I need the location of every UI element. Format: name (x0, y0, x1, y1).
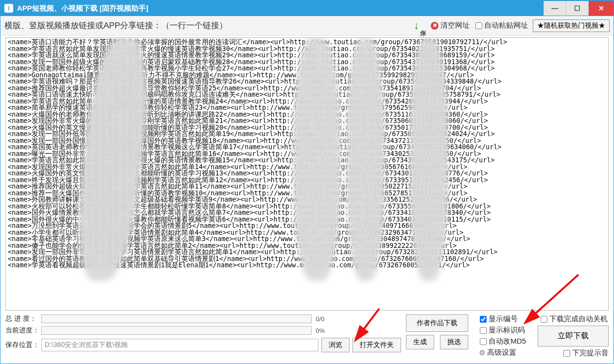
current-progress-label: 当前进度： (5, 326, 41, 335)
window-title: APP短视频、小视频下载 [固乔视频助手] (17, 4, 148, 13)
titlebar: i APP短视频、小视频下载 [固乔视频助手] — ☐ ✕ (0, 0, 614, 16)
close-button[interactable]: ✕ (588, 1, 614, 16)
random-hot-video-button[interactable]: ★随机获取热门视频★ (533, 19, 610, 32)
auto-shutdown-checkbox[interactable]: 下载完成自动关机 (541, 314, 609, 324)
url-textarea[interactable]: <name>英语口语能力不好？学英语时这个你必须掌握的国外最常用的连读词汇</n… (5, 37, 609, 311)
save-path-label: 保存位置： (5, 341, 41, 349)
clear-icon: ✖ (431, 22, 439, 30)
reverse-order-button[interactable]: ↓ 倒序 (414, 19, 426, 32)
auto-paste-checkbox[interactable]: 自动粘贴网址 (475, 21, 528, 30)
show-idcode-checkbox[interactable]: 显示标识码 (480, 326, 526, 335)
auto-md5-checkbox[interactable]: 自动改MD5 (480, 337, 526, 346)
author-works-button[interactable]: 作者作品下载 (406, 314, 468, 332)
show-number-checkbox[interactable]: 显示编号 (480, 314, 526, 324)
minimize-button[interactable]: — (544, 1, 566, 16)
total-progress-bar (41, 314, 312, 323)
input-hint: 横版、竖版视频播放链接或APP分享链接：（一行一个链接） (4, 20, 228, 31)
save-path-input[interactable] (41, 339, 318, 351)
current-progress-bar (41, 326, 312, 335)
current-progress-value: 0% (312, 327, 333, 334)
open-folder-button[interactable]: 打开文件夹 (352, 338, 401, 352)
browse-button[interactable]: 浏览 (321, 338, 350, 352)
advanced-settings-button[interactable]: ⚙高级设置 (479, 348, 526, 357)
total-progress-value: 0/0 (312, 315, 333, 323)
bottom-panel: 总 进 度： 0/0 当前进度： 0% 保存位置： 浏览 打开文件夹 (0, 311, 614, 364)
generate-button[interactable]: 生成 (406, 335, 434, 349)
maximize-button[interactable]: ☐ (566, 1, 588, 16)
app-icon: i (4, 4, 13, 13)
done-sound-checkbox[interactable]: 下完提示音 (541, 348, 609, 358)
total-progress-label: 总 进 度： (5, 314, 41, 323)
download-now-button[interactable]: 立即下载 (538, 326, 609, 347)
clear-urls-button[interactable]: ✖ 清空网址 (431, 21, 470, 30)
toolbar: 横版、竖版视频播放链接或APP分享链接：（一行一个链接） ↓ 倒序 ✖ 清空网址… (0, 16, 614, 35)
filter-button[interactable]: 挑选 (440, 335, 468, 349)
arrow-down-icon: ↓ (414, 19, 419, 32)
gear-icon: ⚙ (479, 348, 485, 357)
